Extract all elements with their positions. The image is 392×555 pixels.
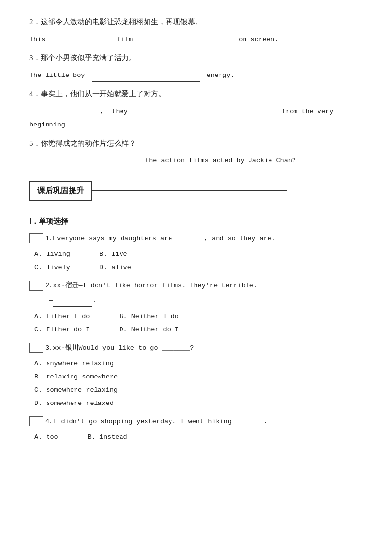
choice-4-optA: A. too xyxy=(34,430,58,444)
q2-chinese: 2．这部令人激动的电影让恐龙栩栩如生，再现银幕。 xyxy=(29,15,363,29)
choice-2: 2.xx·宿迁—I don't like horror films. They'… xyxy=(29,280,363,336)
question-5: 5．你觉得成龙的动作片怎么样？ the action films acted b… xyxy=(29,136,363,168)
choice-2-blank xyxy=(53,298,92,307)
choice-3-question: 3.xx·银川Would you like to go _______? xyxy=(29,342,363,354)
choice-1-question: 1.Everyone says my daughters are _______… xyxy=(29,233,363,245)
choice-3-optC: C. somewhere relaxing xyxy=(34,383,363,397)
choice-3-optB: B. relaxing somewhere xyxy=(34,370,363,383)
choice-1-optD: D. alive xyxy=(99,261,131,274)
choice-3: 3.xx·银川Would you like to go _______? A. … xyxy=(29,342,363,410)
choice-3-options: A. anywhere relaxing B. relaxing somewhe… xyxy=(34,357,363,410)
section-header-container: 课后巩固提升 xyxy=(29,176,363,208)
choice-4-optB: B. instead xyxy=(88,430,127,444)
choice-1-options: A. living B. live C. lively D. alive xyxy=(34,248,363,274)
q4-blank2 xyxy=(136,109,273,118)
choice-2-options: A. Either I do B. Neither I do C. Either… xyxy=(34,310,363,336)
q4-chinese: 4．事实上，他们从一开始就爱上了对方。 xyxy=(29,87,363,101)
choice-1-row1: A. living B. live xyxy=(34,248,363,261)
choice-2-row2: C. Either do I D. Neither do I xyxy=(34,323,363,336)
choice-2-optC: C. Either do I xyxy=(34,323,90,336)
q5-english: the action films acted by Jackie Chan? xyxy=(29,154,363,167)
choice-1-row2: C. lively D. alive xyxy=(34,261,363,274)
choice-4-row1: A. too B. instead xyxy=(34,430,363,444)
choice-1-optA: A. living xyxy=(34,248,70,261)
choice-3-bracket xyxy=(29,343,43,353)
choice-2-question: 2.xx·宿迁—I don't like horror films. They'… xyxy=(29,280,363,292)
choice-1-optB: B. live xyxy=(99,248,127,261)
choice-3-optA: A. anywhere relaxing xyxy=(34,357,363,370)
choice-1-bracket xyxy=(29,233,43,243)
choice-2-answer-dash: —. xyxy=(49,295,363,306)
choice-4-bracket xyxy=(29,416,43,426)
choice-2-row1: A. Either I do B. Neither I do xyxy=(34,310,363,323)
choice-2-optB: B. Neither I do xyxy=(119,310,179,323)
q3-chinese: 3．那个小男孩似乎充满了活力。 xyxy=(29,51,363,65)
roman-header: Ⅰ．单项选择 xyxy=(29,215,363,228)
choice-4: 4.I didn't go shopping yesterday. I went… xyxy=(29,416,363,444)
question-4: 4．事实上，他们从一开始就爱上了对方。 , they from the very… xyxy=(29,87,363,131)
choice-1: 1.Everyone says my daughters are _______… xyxy=(29,233,363,274)
choice-2-optD: D. Neither do I xyxy=(119,323,179,336)
q4-blank1 xyxy=(29,109,93,118)
q2-blank2 xyxy=(137,37,235,46)
q2-english: This film on screen. xyxy=(29,33,363,46)
q2-blank1 xyxy=(49,37,113,46)
q4-english: , they from the very beginning. xyxy=(29,105,363,131)
question-3: 3．那个小男孩似乎充满了活力。 The little boy energy. xyxy=(29,51,363,82)
q3-blank xyxy=(92,73,200,82)
choice-3-optD: D. somewhere relaxed xyxy=(34,397,363,410)
q3-english: The little boy energy. xyxy=(29,69,363,82)
choice-2-optA: A. Either I do xyxy=(34,310,90,323)
choice-4-question: 4.I didn't go shopping yesterday. I went… xyxy=(29,416,363,428)
section-header: 课后巩固提升 xyxy=(29,181,92,201)
question-2: 2．这部令人激动的电影让恐龙栩栩如生，再现银幕。 This film on sc… xyxy=(29,15,363,46)
choice-2-bracket xyxy=(29,281,43,291)
q5-blank xyxy=(29,158,137,167)
choice-4-options: A. too B. instead xyxy=(34,430,363,444)
choice-1-optC: C. lively xyxy=(34,261,70,274)
q5-chinese: 5．你觉得成龙的动作片怎么样？ xyxy=(29,136,363,151)
